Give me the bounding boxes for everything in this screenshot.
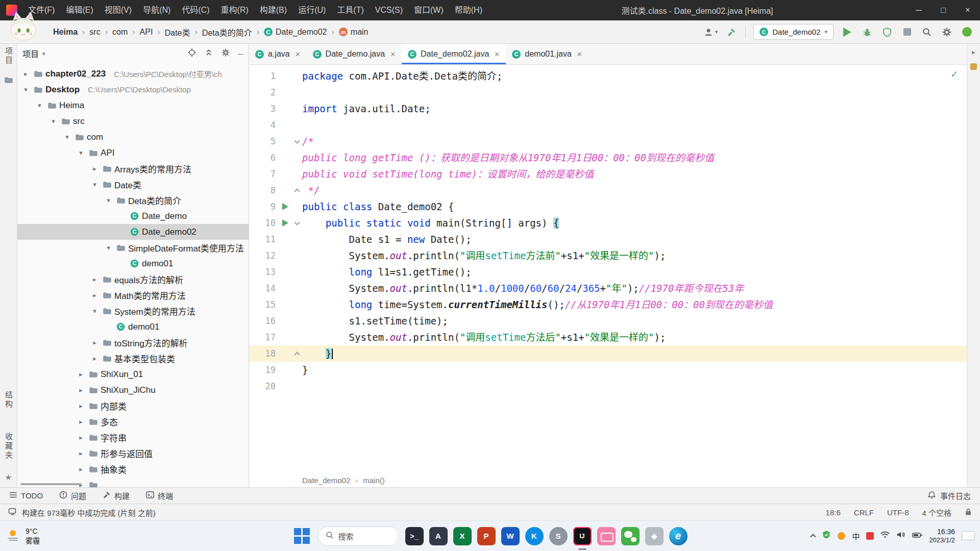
code-editor[interactable]: 1package com.API.Date类.Deta类的简介;23import… [249, 65, 967, 473]
toolwindow-button-problems[interactable]: 问题 [59, 490, 86, 501]
fold-icon[interactable] [294, 219, 300, 225]
menu-item[interactable]: VCS(S) [370, 0, 408, 20]
maximize-button[interactable]: □ [931, 0, 955, 20]
tree-item[interactable]: ▾Deta类的简介 [17, 192, 249, 208]
editor-tab[interactable]: Cdemo01.java✕ [506, 44, 589, 64]
code-line[interactable]: 19} [249, 362, 967, 378]
code-line[interactable]: 4 [249, 117, 967, 133]
tree-chevron-icon[interactable]: ▾ [104, 196, 113, 204]
code-line[interactable]: 6public long getTime ()：获取的是日期对象从1970年1月… [249, 149, 967, 166]
battery-icon[interactable] [912, 531, 922, 540]
menu-item[interactable]: 窗口(W) [408, 0, 449, 20]
menu-item[interactable]: 视图(V) [99, 0, 137, 20]
tree-item[interactable]: ▸内部类 [17, 398, 249, 414]
tab-close-icon[interactable]: ✕ [577, 51, 582, 58]
toolwindow-button-todo[interactable]: TODO [9, 491, 43, 500]
tree-chevron-icon[interactable]: ▾ [35, 102, 44, 109]
tree-chevron-icon[interactable]: ▸ [77, 434, 85, 441]
tree-item[interactable]: ▸Arrays类的常用方法 [17, 161, 249, 177]
code-line[interactable]: 11 Date s1 = new Date(); [249, 231, 967, 247]
menu-item[interactable]: 工具(T) [331, 0, 369, 20]
breadcrumb-item[interactable]: CDate_demo02 [264, 28, 327, 37]
tree-item[interactable]: ▸ShiXun_01 [17, 366, 249, 382]
tree-chevron-icon[interactable]: ▸ [77, 418, 85, 425]
tree-item[interactable]: ▸形参与返回值 [17, 445, 249, 461]
code-line[interactable]: 14 System.out.println(l1*1.0/1000/60/60/… [249, 280, 967, 296]
tree-item[interactable]: Cdemo01 [17, 319, 249, 335]
security-shield-icon[interactable] [822, 530, 831, 541]
code-line[interactable]: 12 System.out.println("调用setTime方法前"+s1+… [249, 247, 967, 264]
tree-item[interactable]: ▸字符串 [17, 430, 249, 445]
tree-chevron-icon[interactable]: ▸ [21, 70, 30, 78]
tree-item[interactable]: ▾Date类 [17, 177, 249, 192]
taskbar-app-word[interactable]: W [501, 527, 520, 545]
code-line[interactable]: 10 public static void main(String[] args… [249, 215, 967, 231]
code-line[interactable]: 20 [249, 378, 967, 394]
taskbar-app-steam[interactable]: S [549, 527, 568, 545]
run-line-icon[interactable] [282, 203, 288, 210]
tree-chevron-icon[interactable]: ▾ [63, 133, 71, 141]
taskbar-app-powerpoint[interactable]: P [477, 527, 496, 545]
menu-item[interactable]: 帮助(H) [449, 0, 488, 20]
menu-item[interactable]: 运行(U) [292, 0, 331, 20]
menu-item[interactable]: 构建(B) [254, 0, 292, 20]
start-button[interactable] [293, 527, 311, 545]
taskbar-app-edge[interactable]: e [669, 527, 688, 545]
build-hammer-icon[interactable] [725, 26, 738, 39]
code-line[interactable]: 7public void setTime(long time)：设置时间，给的是… [249, 166, 967, 182]
taskbar-app-intellij-idea[interactable]: IJ [573, 527, 592, 545]
tree-item[interactable]: Cdemo01 [17, 256, 249, 271]
code-line[interactable]: 15 long time=System.currentTimeMillis();… [249, 296, 967, 313]
taskbar-app-bilibili[interactable] [597, 527, 616, 545]
project-stripe-tab[interactable]: 项目 [3, 47, 14, 65]
hidden-toolwindow-icon[interactable]: ▸ [972, 48, 975, 56]
code-line[interactable]: 3import java.util.Date; [249, 101, 967, 117]
code-line[interactable]: 1package com.API.Date类.Deta类的简介; [249, 68, 967, 84]
tree-chevron-icon[interactable]: ▾ [90, 181, 99, 188]
tree-item[interactable]: ▾com [17, 129, 249, 145]
debug-button[interactable] [861, 26, 873, 39]
tree-chevron-icon[interactable]: ▸ [77, 370, 85, 378]
tree-chevron-icon[interactable]: ▸ [90, 276, 99, 283]
tree-item[interactable]: ▸equals方法的解析 [17, 271, 249, 287]
taskbar-search[interactable]: 搜索 [318, 527, 399, 546]
tab-close-icon[interactable]: ✕ [295, 51, 301, 58]
settings-gear-icon[interactable] [941, 26, 953, 39]
tree-chevron-icon[interactable]: ▸ [90, 355, 99, 362]
project-panel-title[interactable]: 项目 [22, 47, 39, 60]
hidden-icons-chevron[interactable] [811, 534, 816, 540]
horizontal-scrollbar[interactable] [20, 483, 82, 485]
tree-chevron-icon[interactable]: ▾ [90, 307, 99, 315]
code-line[interactable]: 5/* [249, 133, 967, 149]
locate-file-icon[interactable] [187, 48, 197, 59]
run-line-icon[interactable] [282, 219, 288, 227]
taskbar-app-terminal[interactable]: >_ [405, 527, 424, 545]
project-folder-icon[interactable] [4, 77, 13, 86]
tree-item[interactable]: ▾DesktopC:\Users\PC\Desktop\Desktop [17, 82, 249, 97]
taskbar-app-wechat[interactable] [621, 527, 640, 545]
tree-chevron-icon[interactable]: ▾ [21, 86, 30, 93]
tree-item[interactable]: ▸toString方法的解析 [17, 335, 249, 350]
tree-chevron-icon[interactable]: ▾ [77, 149, 85, 157]
toolwindow-button-build[interactable]: 构建 [103, 490, 130, 501]
wifi-icon[interactable] [880, 531, 890, 540]
file-encoding[interactable]: UTF-8 [887, 508, 909, 517]
fold-icon[interactable] [294, 188, 300, 194]
volume-icon[interactable] [896, 531, 905, 540]
collapse-all-icon[interactable] [204, 48, 213, 59]
fold-icon[interactable] [294, 138, 300, 143]
run-button[interactable] [841, 26, 853, 39]
code-line[interactable]: 8 */ [249, 182, 967, 198]
tree-item[interactable]: ▸chapter02_223C:\Users\PC\Desktop\付亚男\ch [17, 66, 249, 82]
clock-widget[interactable]: 16:36 2023/1/2 [929, 527, 955, 545]
tree-chevron-icon[interactable]: ▸ [77, 449, 85, 457]
menu-item[interactable]: 编辑(E) [60, 0, 99, 20]
tree-item[interactable]: ▸ [17, 477, 249, 487]
red-tray-icon[interactable] [866, 532, 874, 540]
favorites-stripe-tab[interactable]: 收藏夹 [3, 433, 14, 460]
code-line[interactable]: 2 [249, 84, 967, 101]
hide-panel-icon[interactable]: ─ [238, 49, 243, 58]
tree-item[interactable]: ▾System类的常用方法 [17, 303, 249, 319]
menu-item[interactable]: 导航(N) [137, 0, 176, 20]
user-icon[interactable]: ▾ [703, 26, 718, 39]
